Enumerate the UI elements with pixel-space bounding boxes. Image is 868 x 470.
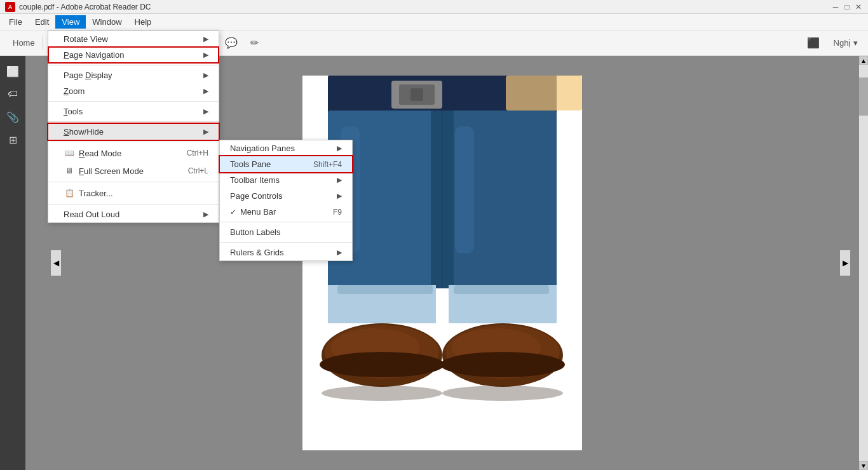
svg-point-20 bbox=[440, 352, 565, 377]
menu-view[interactable]: View bbox=[55, 15, 86, 29]
menu-read-mode[interactable]: 📖 Read Mode Ctrl+H bbox=[48, 144, 219, 162]
window-controls[interactable]: ─ □ ✕ bbox=[831, 3, 863, 11]
menu-read-out-loud[interactable]: Read Out Loud ▶ bbox=[48, 206, 219, 222]
menu-tools-pane[interactable]: Tools Pane Shift+F4 bbox=[220, 156, 352, 172]
svg-rect-25 bbox=[506, 76, 582, 111]
scrollbar-down[interactable]: ▼ bbox=[859, 461, 868, 470]
close-button[interactable]: ✕ bbox=[854, 3, 863, 11]
comment-button[interactable]: 💬 bbox=[221, 33, 241, 53]
toolbar-right: ⬛ Nghị ▾ bbox=[803, 33, 863, 53]
minimize-button[interactable]: ─ bbox=[831, 3, 840, 11]
menu-tools[interactable]: Tools ▶ bbox=[48, 104, 219, 119]
menu-bar: File Edit View Window Help bbox=[0, 14, 868, 30]
sidebar-layers-icon[interactable]: ⊞ bbox=[3, 130, 23, 150]
scrollbar-thumb[interactable] bbox=[859, 77, 868, 116]
svg-rect-10 bbox=[455, 126, 474, 253]
tools-sep-2 bbox=[220, 242, 352, 243]
app-icon: A bbox=[5, 2, 15, 12]
svg-rect-22 bbox=[454, 285, 549, 294]
sign-in-button[interactable]: ⬛ bbox=[803, 33, 824, 53]
menu-sep-1 bbox=[48, 65, 219, 65]
menu-sep-4 bbox=[48, 142, 219, 142]
menu-help[interactable]: Help bbox=[128, 15, 158, 29]
menu-tracker[interactable]: 📋 Tracker... bbox=[48, 184, 219, 202]
tracker-icon: 📋 bbox=[64, 187, 75, 199]
menu-sep-3 bbox=[48, 121, 219, 122]
home-button[interactable]: Home bbox=[5, 36, 43, 50]
scrollbar-right[interactable]: ▲ ▼ bbox=[859, 56, 868, 470]
menu-rulers-grids[interactable]: Rulers & Grids ▶ bbox=[220, 245, 352, 260]
sidebar-pages-icon[interactable]: ⬜ bbox=[3, 61, 23, 81]
page-left-arrow[interactable]: ◀ bbox=[51, 250, 61, 276]
scrollbar-up[interactable]: ▲ bbox=[859, 56, 868, 65]
draw-button[interactable]: ✏ bbox=[244, 33, 264, 53]
menu-full-screen[interactable]: 🖥 Full Screen Mode Ctrl+L bbox=[48, 162, 219, 180]
checkmark-icon: ✓ bbox=[230, 208, 236, 217]
home-label: Home bbox=[13, 38, 35, 48]
user-name: Nghị ▾ bbox=[834, 38, 858, 48]
window-title: couple.pdf - Adobe Acrobat Reader DC bbox=[19, 3, 151, 11]
menu-sep-5 bbox=[48, 182, 219, 182]
view-dropdown-menu: Rotate View ▶ Page Navigation ▶ Page Dis… bbox=[48, 30, 219, 223]
menu-zoom[interactable]: Zoom ▶ bbox=[48, 83, 219, 99]
svg-rect-4 bbox=[410, 88, 423, 101]
menu-show-hide[interactable]: Show/Hide ▶ bbox=[48, 124, 219, 140]
menu-sep-2 bbox=[48, 101, 219, 102]
title-bar: A couple.pdf - Adobe Acrobat Reader DC ─… bbox=[0, 0, 868, 14]
menu-button-labels[interactable]: Button Labels bbox=[220, 224, 352, 240]
sidebar-attachments-icon[interactable]: 📎 bbox=[3, 107, 23, 127]
svg-point-16 bbox=[320, 352, 444, 377]
tools-sep-1 bbox=[220, 222, 352, 222]
menu-sep-6 bbox=[48, 204, 219, 205]
pdf-illustration bbox=[264, 76, 620, 450]
user-menu-button[interactable]: Nghị ▾ bbox=[829, 36, 863, 50]
full-screen-icon: 🖥 bbox=[64, 165, 75, 177]
sidebar: ⬜ 🏷 📎 ⊞ bbox=[0, 56, 25, 470]
menu-window[interactable]: Window bbox=[86, 15, 128, 29]
menu-page-controls[interactable]: Page Controls ▶ bbox=[220, 188, 352, 204]
menu-page-navigation[interactable]: Page Navigation ▶ bbox=[48, 47, 219, 63]
svg-rect-21 bbox=[337, 285, 433, 294]
menu-toolbar-items[interactable]: Toolbar Items ▶ bbox=[220, 172, 352, 188]
menu-page-display[interactable]: Page Display ▶ bbox=[48, 67, 219, 83]
showhide-submenu: Navigation Panes ▶ Tools Pane Shift+F4 T… bbox=[219, 140, 353, 261]
svg-point-23 bbox=[322, 386, 442, 401]
svg-point-24 bbox=[442, 386, 563, 401]
menu-rotate-view[interactable]: Rotate View ▶ bbox=[48, 31, 219, 47]
menu-navigation-panes[interactable]: Navigation Panes ▶ bbox=[220, 140, 352, 156]
maximize-button[interactable]: □ bbox=[843, 3, 851, 11]
menu-file[interactable]: File bbox=[3, 15, 29, 29]
read-mode-icon: 📖 bbox=[64, 147, 75, 159]
page-right-arrow[interactable]: ▶ bbox=[840, 250, 850, 276]
menu-edit[interactable]: Edit bbox=[29, 15, 55, 29]
sidebar-bookmarks-icon[interactable]: 🏷 bbox=[3, 84, 23, 104]
menu-menu-bar[interactable]: ✓ Menu Bar F9 bbox=[220, 204, 352, 220]
